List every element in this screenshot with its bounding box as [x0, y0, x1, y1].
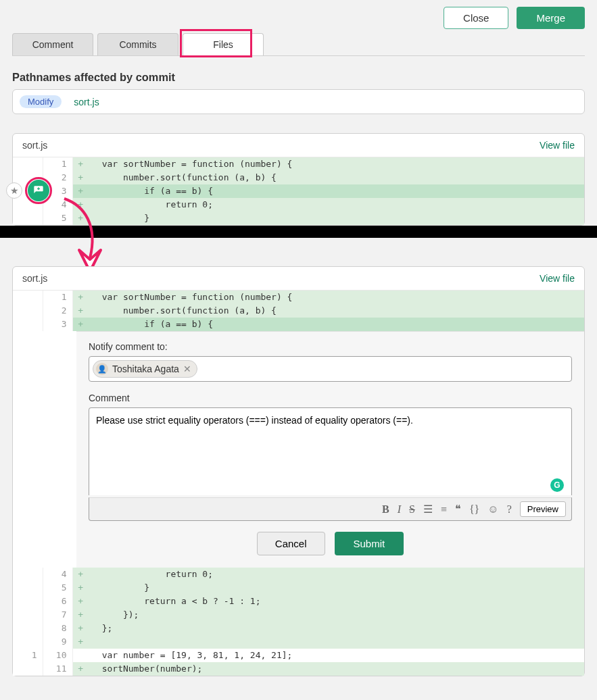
bullet-list-icon[interactable]: ☰ [423, 503, 433, 516]
diff-table: 4+ return 0;5+ }6+ return a < b ? -1 : 1… [13, 568, 584, 676]
line-number-new: 1 [43, 291, 72, 304]
user-chip[interactable]: 👤 Toshitaka Agata ✕ [93, 360, 197, 378]
code-content: if (a == b) { [89, 184, 584, 198]
code-content: } [89, 581, 584, 595]
file-link[interactable]: sort.js [74, 97, 99, 107]
diff-marker: + [72, 291, 89, 304]
view-file-link[interactable]: View file [540, 140, 575, 151]
tab-files[interactable]: Files [183, 33, 264, 55]
diff-marker [72, 649, 89, 662]
line-number-new: 10 [43, 649, 72, 662]
line-number-new: 4 [43, 198, 72, 211]
diff-filename: sort.js [22, 273, 47, 284]
diff-line[interactable]: 2+ number.sort(function (a, b) { [13, 304, 584, 318]
preview-button[interactable]: Preview [520, 501, 566, 517]
diff-line[interactable]: 3+ if (a == b) { [13, 184, 584, 198]
line-number-new: 2 [43, 171, 72, 184]
line-number-old [13, 304, 43, 318]
diff-line[interactable]: 1+ var sortNumber = function (number) { [13, 291, 584, 304]
line-number-old [13, 318, 43, 331]
line-number-new: 5 [43, 211, 72, 225]
diff-table: 1+ var sortNumber = function (number) {2… [13, 291, 584, 331]
diff-line[interactable]: 5+ } [13, 581, 584, 595]
strike-icon[interactable]: S [409, 503, 415, 516]
diff-filename: sort.js [22, 140, 47, 151]
chip-remove-icon[interactable]: ✕ [183, 364, 191, 374]
line-number-old [13, 635, 43, 649]
modify-badge: Modify [20, 95, 62, 108]
diff-line[interactable]: 110 var number = [19, 3, 81, 1, 24, 21]; [13, 649, 584, 662]
line-number-new: 11 [43, 662, 72, 676]
grammarly-icon: G [550, 478, 564, 492]
tab-commits[interactable]: Commits [97, 33, 178, 55]
diff-line[interactable]: 8+ }; [13, 622, 584, 635]
code-content: sortNumber(number); [89, 662, 584, 676]
diff-line[interactable]: 11+ sortNumber(number); [13, 662, 584, 676]
merge-button[interactable]: Merge [517, 7, 585, 29]
diff-marker: + [72, 622, 89, 635]
code-content: }; [89, 622, 584, 635]
code-content: if (a == b) { [89, 318, 584, 331]
code-content: number.sort(function (a, b) { [89, 304, 584, 318]
tab-comment[interactable]: Comment [12, 33, 93, 55]
line-number-old [13, 157, 43, 171]
star-icon[interactable]: ★ [6, 182, 22, 199]
line-number-new: 5 [43, 581, 72, 595]
close-button[interactable]: Close [444, 7, 508, 29]
diff-line[interactable]: 3+ if (a == b) { [13, 318, 584, 331]
diff-marker: + [72, 581, 89, 595]
diff-marker: + [72, 304, 89, 318]
tabs: Comment Commits Files [12, 33, 585, 56]
bold-icon[interactable]: B [382, 503, 389, 516]
code-icon[interactable]: {} [469, 503, 479, 516]
line-number-old [13, 662, 43, 676]
comment-textarea[interactable] [89, 407, 572, 495]
diff-marker: + [72, 171, 89, 184]
line-number-new: 8 [43, 622, 72, 635]
diff-line[interactable]: 1+ var sortNumber = function (number) { [13, 157, 584, 171]
diff-line[interactable]: 2+ number.sort(function (a, b) { [13, 171, 584, 184]
line-number-new: 1 [43, 157, 72, 171]
diff-marker: + [72, 184, 89, 198]
add-comment-button[interactable] [28, 180, 49, 201]
diff-line[interactable]: 9+ [13, 635, 584, 649]
line-number-old [13, 608, 43, 622]
code-content: var sortNumber = function (number) { [89, 291, 584, 304]
notify-input[interactable]: 👤 Toshitaka Agata ✕ [89, 356, 572, 382]
emoji-icon[interactable]: ☺ [487, 503, 498, 516]
diff-line[interactable]: 4+ return 0; [13, 568, 584, 581]
line-number-new: 7 [43, 608, 72, 622]
diff-line[interactable]: 5+ } [13, 211, 584, 225]
line-number-new: 2 [43, 304, 72, 318]
diff-panel-1: sort.js View file 1+ var sortNumber = fu… [12, 133, 585, 226]
numbered-list-icon[interactable]: ≡ [441, 503, 447, 516]
line-number-new: 9 [43, 635, 72, 649]
code-content [89, 635, 584, 649]
pathnames-box: Modify sort.js [12, 89, 585, 114]
inline-comment-form: Notify comment to: 👤 Toshitaka Agata ✕ C… [76, 331, 584, 568]
line-number-new: 3 [43, 318, 72, 331]
cancel-button[interactable]: Cancel [257, 532, 325, 555]
line-number-new: 4 [43, 568, 72, 581]
line-number-new: 6 [43, 595, 72, 608]
code-content: var sortNumber = function (number) { [89, 157, 584, 171]
line-number-old [13, 568, 43, 581]
diff-marker: + [72, 568, 89, 581]
italic-icon[interactable]: I [398, 503, 401, 516]
comment-label: Comment [89, 393, 572, 403]
submit-button[interactable]: Submit [335, 532, 404, 555]
diff-line[interactable]: 4+ return 0; [13, 198, 584, 211]
quote-icon[interactable]: ❝ [455, 503, 461, 516]
chip-name: Toshitaka Agata [112, 364, 179, 374]
view-file-link[interactable]: View file [540, 273, 575, 284]
diff-marker: + [72, 635, 89, 649]
diff-line[interactable]: 7+ }); [13, 608, 584, 622]
code-content: return 0; [89, 198, 584, 211]
comment-toolbar: B I S ☰ ≡ ❝ {} ☺ ? Preview [89, 497, 572, 521]
code-content: } [89, 211, 584, 225]
help-icon[interactable]: ? [507, 503, 512, 516]
diff-line[interactable]: 6+ return a < b ? -1 : 1; [13, 595, 584, 608]
diff-marker: + [72, 608, 89, 622]
diff-marker: + [72, 662, 89, 676]
line-number-old [13, 211, 43, 225]
